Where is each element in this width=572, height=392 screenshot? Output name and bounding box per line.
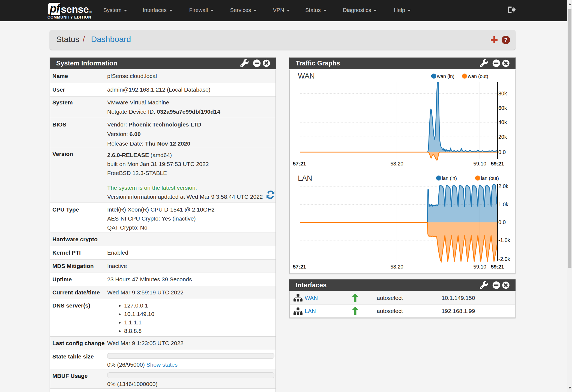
svg-text:40k: 40k: [498, 119, 507, 125]
svg-text:0.0: 0.0: [498, 219, 506, 225]
svg-text:57:21: 57:21: [293, 264, 306, 270]
svg-text:lan (out): lan (out): [481, 176, 499, 181]
svg-text:0.0: 0.0: [498, 149, 506, 155]
svg-text:20k: 20k: [498, 134, 507, 140]
svg-text:2.0k: 2.0k: [498, 183, 508, 189]
svg-text:1.0k: 1.0k: [498, 201, 508, 207]
svg-text:wan (out): wan (out): [468, 74, 488, 79]
svg-text:57:21: 57:21: [293, 161, 306, 167]
svg-text:58:20: 58:20: [390, 161, 403, 167]
svg-text:59:21: 59:21: [491, 264, 504, 270]
svg-text:-1.0k: -1.0k: [498, 237, 510, 243]
svg-text:80k: 80k: [498, 91, 507, 97]
svg-text:59:10: 59:10: [473, 264, 486, 270]
svg-text:WAN: WAN: [298, 72, 315, 80]
svg-text:58:20: 58:20: [390, 264, 403, 270]
svg-text:59:21: 59:21: [491, 161, 504, 167]
svg-text:lan (in): lan (in): [442, 176, 457, 181]
svg-text:60k: 60k: [498, 105, 507, 111]
svg-text:59:10: 59:10: [473, 161, 486, 167]
svg-text:LAN: LAN: [298, 174, 312, 182]
svg-text:-2.0k: -2.0k: [498, 256, 510, 262]
svg-text:wan (in): wan (in): [437, 74, 454, 79]
